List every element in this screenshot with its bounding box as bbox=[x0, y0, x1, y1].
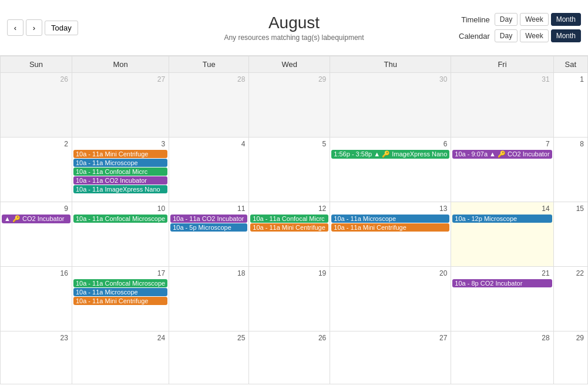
day-num: 8 bbox=[555, 139, 586, 149]
day-num: 1 bbox=[555, 74, 586, 85]
day-aug13[interactable]: 13 10a - 11a Microscope 10a - 11a Mini C… bbox=[330, 202, 451, 267]
nav-buttons: ‹ › Today bbox=[7, 19, 78, 36]
day-aug29[interactable]: 29 bbox=[553, 331, 587, 384]
day-aug16[interactable]: 16 bbox=[1, 267, 72, 331]
event-microscope-4[interactable]: 10a - 12p Microscope bbox=[452, 215, 552, 223]
day-aug5[interactable]: 5 bbox=[249, 138, 330, 202]
day-aug17[interactable]: 17 10a - 11a Confocal Microscope 10a - 1… bbox=[72, 267, 169, 331]
day-aug1[interactable]: 1 bbox=[553, 73, 587, 138]
timeline-month-btn[interactable]: Month bbox=[551, 13, 581, 26]
day-aug9[interactable]: 9 ▲ 🔑 CO2 Incubator bbox=[1, 202, 72, 267]
day-aug8[interactable]: 8 bbox=[553, 138, 587, 202]
subtitle: Any resources matching tag(s) labequipme… bbox=[224, 33, 364, 42]
event-imagexpress-1[interactable]: 10a - 11a ImageXpress Nano bbox=[73, 185, 167, 193]
day-num: 27 bbox=[73, 74, 167, 85]
day-num: 17 bbox=[73, 268, 167, 279]
event-mini-centrifuge-2[interactable]: 10a - 11a Mini Centrifuge bbox=[250, 223, 328, 232]
day-jul26[interactable]: 26 bbox=[1, 73, 72, 138]
day-num: 27 bbox=[331, 333, 449, 343]
day-aug23[interactable]: 23 bbox=[1, 331, 72, 384]
week-row-1: 26 27 28 29 30 31 1 bbox=[1, 73, 588, 138]
view-controls: Timeline Day Week Month Calendar Day Wee… bbox=[459, 13, 581, 42]
event-co2-1[interactable]: 10a - 11a CO2 Incubator bbox=[73, 176, 167, 185]
day-num: 3 bbox=[73, 139, 167, 149]
day-jul29[interactable]: 29 bbox=[249, 73, 330, 138]
event-co2-spanning[interactable]: ▲ 🔑 CO2 Incubator bbox=[2, 215, 70, 223]
day-aug20[interactable]: 20 bbox=[330, 267, 451, 331]
event-confocal-2[interactable]: 10a - 11a Confocal Microscope bbox=[73, 215, 167, 223]
event-microscope-5[interactable]: 10a - 11a Microscope bbox=[73, 288, 167, 296]
day-jul28[interactable]: 28 bbox=[169, 73, 249, 138]
calendar-month-btn[interactable]: Month bbox=[551, 29, 581, 42]
header-sun: Sun bbox=[1, 56, 72, 73]
day-aug4[interactable]: 4 bbox=[169, 138, 249, 202]
week-row-4: 16 17 10a - 11a Confocal Microscope 10a … bbox=[1, 267, 588, 331]
calendar-header: ‹ › Today August Any resources matching … bbox=[0, 0, 588, 56]
day-num: 12 bbox=[250, 203, 328, 214]
day-aug22[interactable]: 22 bbox=[553, 267, 587, 331]
calendar-row: Calendar Day Week Month bbox=[459, 29, 581, 42]
day-aug12[interactable]: 12 10a - 11a Confocal Micrc 10a - 11a Mi… bbox=[249, 202, 330, 267]
event-co2-2[interactable]: 10a - 9:07a ▲ 🔑 CO2 Incubator bbox=[452, 150, 552, 159]
event-microscope-1[interactable]: 10a - 11a Microscope bbox=[73, 159, 167, 167]
day-headers: Sun Mon Tue Wed Thu Fri Sat bbox=[1, 56, 588, 73]
calendar-grid: Sun Mon Tue Wed Thu Fri Sat 26 27 28 29 … bbox=[0, 56, 588, 384]
day-jul30[interactable]: 30 bbox=[330, 73, 451, 138]
event-confocal-1[interactable]: 10a - 11a Confocal Micrc bbox=[73, 167, 167, 176]
day-aug10[interactable]: 10 10a - 11a Confocal Microscope bbox=[72, 202, 169, 267]
week-row-3: 9 ▲ 🔑 CO2 Incubator 10 10a - 11a Confoca… bbox=[1, 202, 588, 267]
calendar-week-btn[interactable]: Week bbox=[520, 29, 548, 42]
event-mini-centrifuge-3[interactable]: 10a - 11a Mini Centrifuge bbox=[331, 223, 449, 232]
day-aug26[interactable]: 26 bbox=[249, 331, 330, 384]
next-button[interactable]: › bbox=[26, 19, 42, 36]
today-button[interactable]: Today bbox=[45, 21, 78, 35]
day-aug11[interactable]: 11 10a - 11a CO2 Incubator 10a - 5p Micr… bbox=[169, 202, 249, 267]
day-aug27[interactable]: 27 bbox=[330, 331, 451, 384]
event-confocal-3[interactable]: 10a - 11a Confocal Micrc bbox=[250, 215, 328, 223]
event-co2-4[interactable]: 10a - 8p CO2 Incubator bbox=[452, 279, 552, 287]
day-num: 22 bbox=[555, 268, 586, 279]
day-aug24[interactable]: 24 bbox=[72, 331, 169, 384]
event-mini-centrifuge-1[interactable]: 10a - 11a Mini Centrifuge bbox=[73, 150, 167, 158]
day-num: 14 bbox=[452, 203, 552, 214]
prev-button[interactable]: ‹ bbox=[7, 19, 23, 36]
day-aug14[interactable]: 14 10a - 12p Microscope bbox=[451, 202, 553, 267]
day-aug15[interactable]: 15 bbox=[553, 202, 587, 267]
event-microscope-3[interactable]: 10a - 11a Microscope bbox=[331, 215, 449, 223]
header-mon: Mon bbox=[72, 56, 169, 73]
day-num: 19 bbox=[250, 268, 328, 279]
header-thu: Thu bbox=[330, 56, 451, 73]
event-mini-centrifuge-4[interactable]: 10a - 11a Mini Centrifuge bbox=[73, 297, 167, 305]
timeline-day-btn[interactable]: Day bbox=[495, 13, 518, 26]
day-aug28[interactable]: 28 bbox=[451, 331, 553, 384]
day-aug18[interactable]: 18 bbox=[169, 267, 249, 331]
timeline-row: Timeline Day Week Month bbox=[461, 13, 581, 26]
header-wed: Wed bbox=[249, 56, 330, 73]
day-num: 23 bbox=[2, 333, 70, 343]
day-jul31[interactable]: 31 bbox=[451, 73, 553, 138]
day-num: 20 bbox=[331, 268, 449, 279]
day-aug3[interactable]: 3 10a - 11a Mini Centrifuge 10a - 11a Mi… bbox=[72, 138, 169, 202]
event-imagexpress-2[interactable]: 1:56p - 3:58p ▲ 🔑 ImageXpress Nano bbox=[331, 150, 449, 159]
day-aug21[interactable]: 21 10a - 8p CO2 Incubator bbox=[451, 267, 553, 331]
day-num: 15 bbox=[555, 203, 586, 214]
day-num: 2 bbox=[2, 139, 70, 149]
calendar-label: Calendar bbox=[459, 32, 490, 41]
day-num: 18 bbox=[170, 268, 247, 279]
day-num: 9 bbox=[2, 203, 70, 214]
timeline-week-btn[interactable]: Week bbox=[520, 13, 548, 26]
day-num: 21 bbox=[452, 268, 552, 279]
event-confocal-4[interactable]: 10a - 11a Confocal Microscope bbox=[73, 279, 167, 287]
day-num: 31 bbox=[452, 74, 552, 85]
day-jul27[interactable]: 27 bbox=[72, 73, 169, 138]
day-aug19[interactable]: 19 bbox=[249, 267, 330, 331]
day-aug6[interactable]: 6 1:56p - 3:58p ▲ 🔑 ImageXpress Nano bbox=[330, 138, 451, 202]
day-aug7[interactable]: 7 10a - 9:07a ▲ 🔑 CO2 Incubator bbox=[451, 138, 553, 202]
day-aug2[interactable]: 2 bbox=[1, 138, 72, 202]
calendar-day-btn[interactable]: Day bbox=[495, 29, 518, 42]
day-num: 26 bbox=[2, 74, 70, 85]
day-aug25[interactable]: 25 bbox=[169, 331, 249, 384]
event-co2-3[interactable]: 10a - 11a CO2 Incubator bbox=[170, 215, 247, 223]
month-title: August bbox=[224, 14, 364, 32]
event-microscope-2[interactable]: 10a - 5p Microscope bbox=[170, 223, 247, 232]
